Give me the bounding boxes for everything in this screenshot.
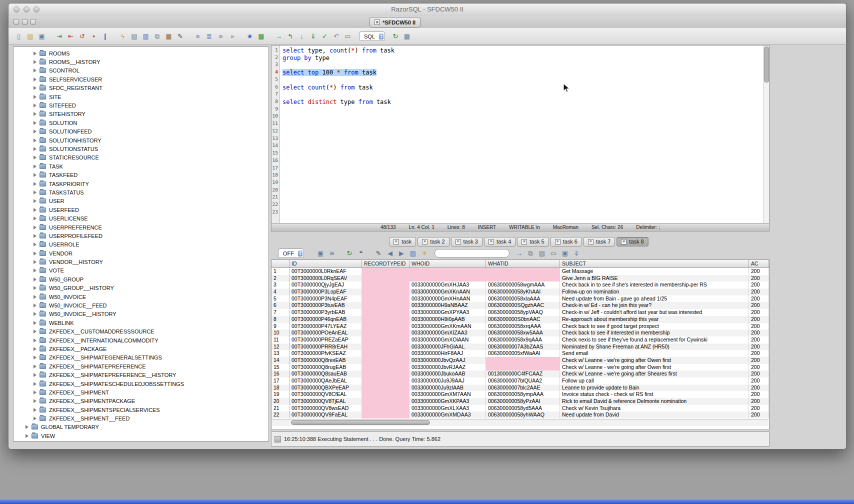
- cell-whatid[interactable]: 00630000007blQUAA2: [486, 378, 560, 384]
- column-header-recordtypeid[interactable]: RECORDTYPEID: [362, 260, 410, 268]
- cell-id[interactable]: 00T3000000QV8CfEAL: [290, 391, 362, 398]
- cell-whatid[interactable]: 006300000058x9qAAA: [486, 336, 560, 344]
- cell-whatid[interactable]: [486, 357, 560, 364]
- align-text-icon[interactable]: ≡: [216, 31, 226, 42]
- cell-id[interactable]: 00T3000000P46qnEAB: [290, 316, 362, 323]
- cell-ac[interactable]: 200: [749, 309, 769, 316]
- expand-arrow-icon[interactable]: [26, 434, 28, 438]
- cell-rownum[interactable]: 19: [272, 391, 290, 398]
- cell-ac[interactable]: 200: [749, 302, 769, 309]
- column-header-whoid[interactable]: WHOID: [410, 260, 486, 268]
- cell-recordtypeid[interactable]: [362, 384, 410, 392]
- format-sql-icon[interactable]: ≣: [204, 31, 214, 42]
- cell-whoid[interactable]: 0033000000H9i0pAAB: [410, 316, 486, 323]
- cell-whatid[interactable]: [486, 364, 560, 371]
- cell-rownum[interactable]: 9: [272, 323, 290, 330]
- expand-arrow-icon[interactable]: [34, 242, 36, 246]
- cell-whatid[interactable]: 00630000007blc2AAE: [486, 384, 560, 392]
- expand-arrow-icon[interactable]: [34, 260, 36, 264]
- scrollbar-thumb[interactable]: [291, 420, 430, 425]
- expand-arrow-icon[interactable]: [34, 138, 36, 142]
- expand-arrow-icon[interactable]: [34, 304, 36, 308]
- internal-frame-minimize-icon[interactable]: [14, 19, 19, 24]
- save-grid-icon[interactable]: ▣: [560, 248, 570, 258]
- sidebar-item-global-temporary[interactable]: GLOBAL TEMPORARY: [14, 423, 268, 432]
- table-row[interactable]: 1800T3000000QBXPeEAP0033000000Ju9zlAAB00…: [272, 384, 769, 392]
- cell-whoid[interactable]: 0033000000GmXLXAA3: [410, 405, 486, 412]
- fetch-all-icon[interactable]: ⇓: [308, 31, 318, 42]
- next-edit-icon[interactable]: ▶: [396, 248, 406, 258]
- sidebar-item-solutionstatus[interactable]: SOLUTIONSTATUS: [14, 144, 268, 153]
- cell-recordtypeid[interactable]: [362, 398, 410, 405]
- select-columns-icon[interactable]: ▤: [536, 248, 547, 258]
- cell-subject[interactable]: Follow-up on nomination: [560, 288, 749, 296]
- cell-rownum[interactable]: 13: [272, 350, 290, 357]
- cell-subject[interactable]: Leanne to provide update to Bain: [560, 384, 749, 392]
- filter-results-icon[interactable]: ≋: [326, 248, 337, 258]
- sidebar-item-vendor-history[interactable]: VENDOR__HISTORY: [14, 258, 268, 266]
- cell-rownum[interactable]: 4: [272, 288, 290, 296]
- cell-whoid[interactable]: 0033000000GmXMDAA3: [410, 412, 486, 418]
- cell-ac[interactable]: 200: [749, 275, 769, 282]
- expand-arrow-icon[interactable]: [34, 408, 36, 412]
- expand-arrow-icon[interactable]: [34, 234, 36, 238]
- sidebar-item-taskfeed[interactable]: TASKFEED: [14, 170, 268, 179]
- cell-rownum[interactable]: 10: [272, 330, 290, 336]
- go-icon[interactable]: →: [274, 31, 284, 42]
- expand-arrow-icon[interactable]: [34, 364, 36, 368]
- cell-whatid[interactable]: 006300000058ympAAA: [486, 391, 560, 398]
- expand-arrow-icon[interactable]: [34, 156, 36, 160]
- cell-ac[interactable]: 200: [749, 268, 769, 275]
- column-header-whatid[interactable]: WHATID: [486, 260, 560, 268]
- expand-arrow-icon[interactable]: [34, 252, 36, 256]
- expand-arrow-icon[interactable]: [34, 173, 36, 177]
- cell-whoid[interactable]: 0033000000GmXKnAAN: [410, 288, 486, 296]
- column-header-id[interactable]: ID: [290, 260, 362, 268]
- expand-arrow-icon[interactable]: [34, 347, 36, 351]
- cell-whatid[interactable]: 006300000058wgmAAA: [486, 282, 560, 288]
- cell-subject[interactable]: Check back to see if good target prospec…: [560, 323, 749, 330]
- table-row[interactable]: 500T3000000P3N4pEAF0033000000GmXHnAAN006…: [272, 296, 769, 302]
- table-row[interactable]: 700T3000000P3yrbEAB0033000000GmXPYAA3006…: [272, 309, 769, 316]
- cell-whoid[interactable]: 0033000000GmXKmAAN: [410, 323, 486, 330]
- sidebar-item-selfserviceuser[interactable]: SELFSERVICEUSER: [14, 75, 268, 84]
- table-row[interactable]: 300T3000000QjyJgEAJ0033000000GmXHJAA3006…: [272, 282, 769, 288]
- cell-rownum[interactable]: 17: [272, 378, 290, 384]
- cell-whatid[interactable]: 006300000058xlaAAA: [486, 296, 560, 302]
- results-grid-icon[interactable]: ▦: [402, 31, 412, 42]
- cell-id[interactable]: 00T3000000L0RknEAF: [290, 268, 362, 275]
- cell-id[interactable]: 00T3000000PREZaEAP: [290, 336, 362, 344]
- validate-icon[interactable]: ✓: [320, 31, 330, 42]
- sidebar-item-zkfedex-shipmatepreference-history[interactable]: ZKFEDEX__SHIPMATEPREFERENCE__HISTORY: [14, 370, 268, 379]
- cell-recordtypeid[interactable]: [362, 282, 410, 288]
- sidebar-item-rooms-history[interactable]: ROOMS__HISTORY: [14, 58, 268, 66]
- cell-recordtypeid[interactable]: [362, 357, 410, 364]
- cell-whoid[interactable]: 0033000000JbukoAAB: [410, 370, 486, 378]
- cell-id[interactable]: 00T3000000Q8sauEAB: [290, 370, 362, 378]
- sidebar-item-userlicense[interactable]: USERLICENSE: [14, 214, 268, 222]
- cell-ac[interactable]: 200: [749, 316, 769, 323]
- cell-recordtypeid[interactable]: [362, 296, 410, 302]
- max-rows-select[interactable]: OFF ▲▼: [278, 248, 304, 258]
- cell-id[interactable]: 00T3000000P3N4pEAF: [290, 296, 362, 302]
- sidebar-item-solution[interactable]: SOLUTION: [14, 118, 268, 127]
- undo-icon[interactable]: ↶: [331, 31, 342, 42]
- cell-whoid[interactable]: 0033000000GmXKPAA3: [410, 398, 486, 405]
- expand-arrow-icon[interactable]: [34, 147, 36, 151]
- tab-close-icon[interactable]: ✕: [374, 20, 380, 25]
- cell-subject[interactable]: Send email: [560, 350, 749, 357]
- favorites-icon[interactable]: ★: [244, 31, 255, 42]
- indent-icon[interactable]: »: [227, 31, 238, 42]
- cell-rownum[interactable]: 6: [272, 302, 290, 309]
- cell-ac[interactable]: 200: [749, 405, 769, 412]
- expand-arrow-icon[interactable]: [34, 399, 36, 403]
- table-row[interactable]: 900T3000000P47LYEAZ0033000000GmXKmAAN006…: [272, 323, 769, 330]
- cell-subject[interactable]: Check w/ Kevin Tsujihara: [560, 405, 749, 412]
- sidebar-item-userfeed[interactable]: USERFEED: [14, 206, 268, 214]
- table-row[interactable]: 1100T3000000PREZaEAP0033000000GmXOiAAN00…: [272, 336, 769, 344]
- tab-close-icon[interactable]: ✕: [488, 239, 494, 244]
- sidebar-item-vote[interactable]: VOTE: [14, 266, 268, 275]
- expand-arrow-icon[interactable]: [34, 104, 36, 108]
- expand-arrow-icon[interactable]: [34, 286, 36, 290]
- stop-icon[interactable]: ▪: [88, 31, 99, 42]
